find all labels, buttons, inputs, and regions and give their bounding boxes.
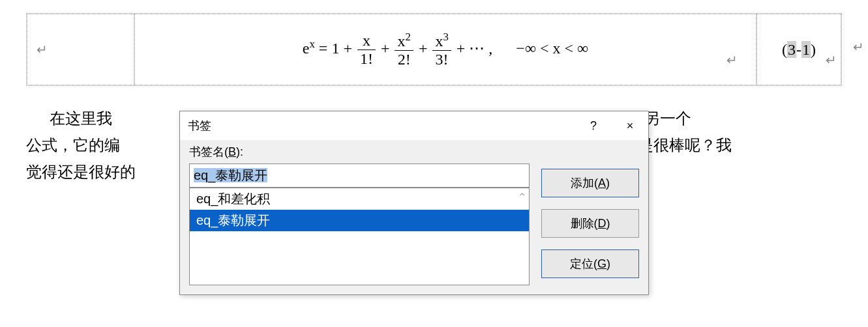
close-button[interactable]: × — [612, 111, 648, 140]
list-item[interactable]: eq_和差化积 — [190, 188, 529, 210]
dialog-titlebar: 书签 ? × — [180, 111, 648, 140]
list-item[interactable]: eq_泰勒展开 — [190, 210, 529, 231]
goto-button[interactable]: 定位(G) — [541, 249, 639, 278]
equation-ref: (3-1) — [782, 41, 816, 59]
bookmark-listbox[interactable]: eq_和差化积 eq_泰勒展开 ⌃ — [189, 188, 530, 285]
paragraph-mark-icon: ↵ — [37, 42, 48, 57]
paragraph-mark-icon: ↵ — [853, 39, 864, 55]
paragraph-mark-icon: ↵ — [726, 52, 738, 68]
equation-cell-left[interactable]: ↵ — [27, 14, 134, 85]
dialog-title: 书签 — [180, 118, 575, 134]
paragraph-mark-icon: ↵ — [826, 52, 837, 68]
equation-formula: ex = 1 + x1! + x22! + x33! + ⋯ , −∞ < x … — [303, 31, 588, 68]
help-button[interactable]: ? — [575, 111, 612, 140]
equation-table: ↵ ex = 1 + x1! + x22! + x33! + ⋯ , −∞ < … — [26, 13, 842, 86]
equation-cell-ref[interactable]: (3-1) ↵ — [756, 14, 841, 85]
delete-button[interactable]: 删除(D) — [541, 209, 639, 238]
bookmark-name-label: 书签名(B): — [189, 144, 530, 160]
add-button[interactable]: 添加(A) — [541, 169, 639, 197]
bookmark-name-input[interactable]: eq_泰勒展开 — [189, 164, 530, 188]
scroll-up-icon[interactable]: ⌃ — [518, 191, 526, 203]
equation-cell-formula[interactable]: ex = 1 + x1! + x22! + x33! + ⋯ , −∞ < x … — [134, 14, 756, 85]
bookmark-dialog: 书签 ? × 书签名(B): eq_泰勒展开 eq_和差化积 eq_泰勒展开 ⌃… — [179, 111, 649, 295]
